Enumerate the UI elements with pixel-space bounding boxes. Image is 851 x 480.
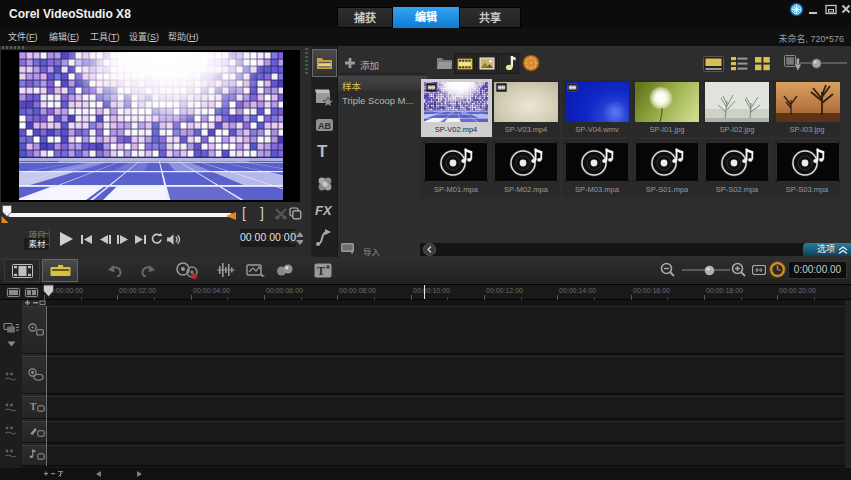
- svg-text:T: T: [30, 402, 37, 412]
- svg-text:T: T: [317, 264, 325, 278]
- svg-text:AB: AB: [318, 121, 331, 131]
